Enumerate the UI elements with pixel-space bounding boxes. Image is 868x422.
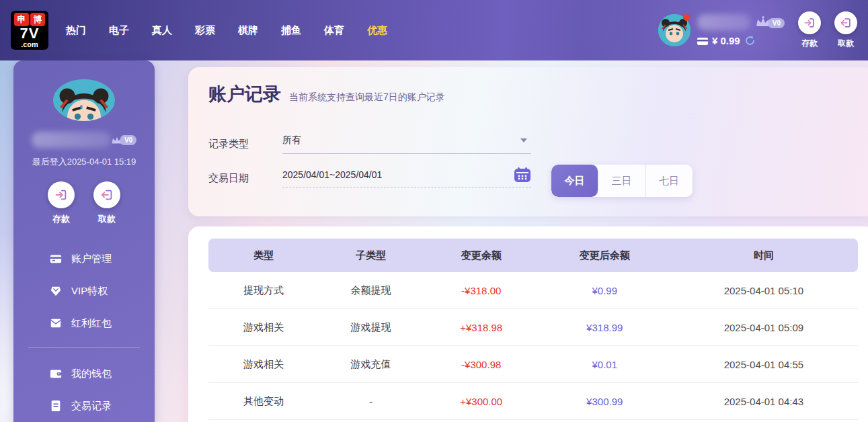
date-range-value: 2025/04/01~2025/04/01 [282, 169, 382, 180]
cell-type: 提现方式 [208, 284, 319, 297]
wallet-mini-icon [697, 36, 708, 45]
red-packet-icon [50, 317, 62, 329]
deposit-icon [48, 181, 75, 208]
sidebar-divider [28, 347, 140, 348]
page-subtitle: 当前系统支持查询最近7日的账户记录 [289, 91, 445, 103]
user-info: V0 ¥ 0.99 [697, 14, 785, 46]
balance-row: ¥ 0.99 [697, 35, 785, 46]
sidebar-item-account-management[interactable]: 账户管理 [13, 243, 155, 275]
records-table-card: 类型 子类型 变更余额 变更后余额 时间 提现方式 余额提现 -¥318.00 … [188, 226, 868, 422]
main-menu: 热门 电子 真人 彩票 棋牌 捕鱼 体育 优惠 [66, 24, 387, 37]
nav-item-lottery[interactable]: 彩票 [195, 24, 215, 37]
record-type-select[interactable]: 所有 [282, 134, 531, 154]
header-change: 变更余额 [423, 249, 540, 262]
nav-item-cards[interactable]: 棋牌 [238, 24, 258, 37]
cell-time: 2025-04-01 05:09 [670, 322, 858, 333]
sidebar-deposit-button[interactable]: 存款 [48, 181, 75, 225]
logo-7v: 7V [20, 26, 40, 41]
deposit-icon [798, 11, 821, 34]
cell-subtype: 游戏提现 [319, 321, 423, 334]
nav-item-fishing[interactable]: 捕鱼 [281, 24, 301, 37]
nav-user-area: V0 ¥ 0.99 存款 [658, 0, 857, 60]
cell-change: +¥300.00 [423, 396, 540, 407]
logo-char-1: 申 [14, 13, 29, 26]
deposit-label: 存款 [801, 38, 818, 49]
sidebar-item-label: 红利红包 [71, 317, 112, 330]
sidebar-item-vip[interactable]: VIP特权 [13, 275, 155, 307]
cell-subtype: - [319, 396, 423, 407]
sidebar-withdraw-button[interactable]: 取款 [93, 181, 120, 225]
withdraw-button[interactable]: 取款 [834, 11, 857, 49]
sidebar-item-label: 交易记录 [71, 400, 112, 413]
withdraw-icon [93, 181, 120, 208]
cell-after: ¥0.99 [540, 285, 670, 296]
cell-after: ¥318.99 [540, 322, 670, 333]
quick-filter-7days[interactable]: 七日 [645, 165, 693, 197]
record-type-label: 记录类型 [208, 138, 282, 151]
withdraw-icon [834, 11, 857, 34]
calendar-icon[interactable] [514, 167, 531, 183]
table-header-row: 类型 子类型 变更余额 变更后余额 时间 [208, 239, 858, 272]
vip-heart-icon [50, 285, 62, 297]
sidebar-menu: 账户管理 VIP特权 红利红包 我的钱包 [13, 243, 155, 422]
header-type: 类型 [208, 249, 319, 262]
header-time: 时间 [670, 249, 858, 262]
nav-item-sports[interactable]: 体育 [324, 24, 344, 37]
cell-time: 2025-04-01 04:43 [670, 396, 858, 407]
quick-filter-today[interactable]: 今日 [551, 165, 598, 197]
cell-type: 其他变动 [208, 395, 319, 408]
cell-after: ¥300.99 [540, 396, 670, 407]
record-type-value: 所有 [282, 134, 301, 145]
table-row: 游戏相关 游戏提现 +¥318.98 ¥318.99 2025-04-01 05… [208, 309, 858, 346]
deposit-button[interactable]: 存款 [798, 11, 821, 49]
sidebar-item-label: VIP特权 [71, 285, 108, 298]
nav-item-slots[interactable]: 电子 [109, 24, 129, 37]
withdraw-label: 取款 [838, 38, 854, 49]
balance-amount: ¥ 0.99 [712, 35, 740, 46]
records-table: 类型 子类型 变更余额 变更后余额 时间 提现方式 余额提现 -¥318.00 … [208, 239, 858, 420]
username-blurred [697, 14, 751, 30]
site-logo[interactable]: 申 博 7V .com [11, 11, 48, 50]
sidebar-item-transaction-records[interactable]: 交易记录 [13, 390, 155, 422]
sidebar-item-my-wallet[interactable]: 我的钱包 [13, 357, 155, 390]
page-title: 账户记录 [208, 82, 281, 106]
table-row: 提现方式 余额提现 -¥318.00 ¥0.99 2025-04-01 05:1… [208, 272, 858, 309]
cell-subtype: 余额提现 [319, 284, 423, 297]
sidebar-vip-level: V0 [111, 135, 136, 145]
sidebar-item-red-packet[interactable]: 红利红包 [13, 307, 155, 339]
user-avatar[interactable] [658, 14, 691, 46]
last-login-text: 最后登入2025-04-01 15:19 [32, 156, 136, 168]
sidebar-user-row: V0 [32, 132, 136, 148]
nav-item-hot[interactable]: 热门 [66, 24, 86, 37]
logo-char-2: 博 [30, 13, 45, 26]
cell-type: 游戏相关 [208, 358, 319, 371]
account-records-panel: 账户记录 当前系统支持查询最近7日的账户记录 记录类型 所有 交易日期 2025… [188, 67, 868, 216]
sidebar-item-label: 账户管理 [71, 253, 112, 265]
refresh-icon[interactable] [744, 35, 756, 46]
sidebar-avatar[interactable] [53, 79, 115, 121]
nav-item-promos[interactable]: 优惠 [367, 24, 387, 37]
transaction-date-label: 交易日期 [208, 172, 282, 185]
sidebar-item-label: 我的钱包 [71, 368, 112, 380]
sidebar-username-blurred [32, 132, 111, 148]
logo-top-row: 申 博 [14, 13, 45, 26]
cell-change: -¥300.98 [423, 359, 540, 370]
table-row: 游戏相关 游戏充值 -¥300.98 ¥0.01 2025-04-01 04:5… [208, 346, 858, 383]
quick-filter-3days[interactable]: 三日 [598, 165, 645, 197]
top-nav: 申 博 7V .com 热门 电子 真人 彩票 棋牌 捕鱼 体育 优惠 [0, 0, 868, 60]
nav-item-live[interactable]: 真人 [152, 24, 172, 37]
logo-com: .com [21, 41, 38, 48]
sidebar-actions: 存款 取款 [48, 181, 120, 225]
header-subtype: 子类型 [319, 249, 423, 262]
cell-type: 游戏相关 [208, 321, 319, 334]
cell-subtype: 游戏充值 [319, 358, 423, 371]
header-after: 变更后余额 [540, 249, 670, 262]
cell-after: ¥0.01 [540, 359, 670, 370]
vip-level: V0 [755, 16, 785, 28]
date-range-input[interactable]: 2025/04/01~2025/04/01 [282, 169, 531, 187]
sidebar: V0 最后登入2025-04-01 15:19 存款 取款 [13, 60, 155, 422]
wallet-icon [50, 368, 62, 380]
cell-time: 2025-04-01 05:10 [670, 285, 858, 296]
sidebar-deposit-label: 存款 [52, 213, 70, 225]
cell-change: +¥318.98 [423, 322, 540, 333]
